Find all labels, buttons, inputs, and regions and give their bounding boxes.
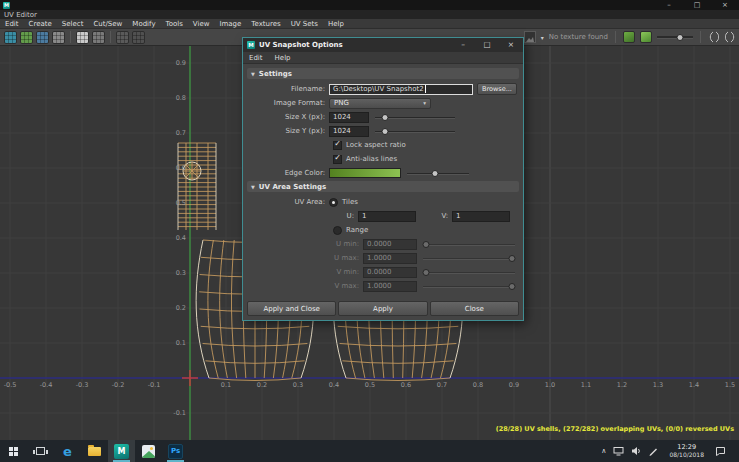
dialog-titlebar[interactable]: M UV Snapshot Options – □ × — [243, 38, 523, 52]
no-texture-label: No texture found — [549, 33, 608, 41]
uv-grid-icon[interactable] — [4, 31, 17, 44]
window-titlebar: M – □ × — [0, 0, 739, 10]
filename-label: Filename: — [245, 85, 329, 93]
dialog-window-controls: – □ × — [451, 38, 523, 52]
texture-preview-icon[interactable] — [524, 31, 536, 43]
menu-item-modify[interactable]: Modify — [127, 19, 160, 29]
shaded-display-icon[interactable] — [52, 31, 65, 44]
menu-item-create[interactable]: Create — [24, 19, 57, 29]
slider-handle[interactable] — [431, 170, 438, 177]
checker-map-icon[interactable] — [20, 31, 33, 44]
image-format-dropdown[interactable]: PNG ▾ — [329, 98, 431, 109]
slider-handle — [509, 255, 516, 262]
size-x-label: Size X (px): — [245, 113, 329, 121]
dialog-menu-edit[interactable]: Edit — [243, 52, 269, 64]
v-min-label: V min: — [245, 268, 363, 276]
v-tile-input[interactable]: 1 — [452, 211, 510, 222]
image-dim-slider[interactable] — [657, 32, 693, 42]
taskbar: e M Ps ∧ 12:29 08/10/2018 — [0, 440, 739, 462]
dialog-maximize-button[interactable]: □ — [475, 38, 499, 52]
size-x-slider[interactable] — [375, 112, 455, 122]
menu-item-uv-sets[interactable]: UV Sets — [286, 19, 323, 29]
start-button[interactable] — [0, 440, 27, 462]
settings-section-header[interactable]: ▼ Settings — [247, 68, 519, 79]
u-min-slider — [423, 239, 515, 249]
apply-button[interactable]: Apply — [338, 301, 427, 316]
size-x-input[interactable]: 1024 — [329, 112, 369, 123]
bake-texture-icon[interactable] — [623, 31, 635, 43]
menu-item-edit[interactable]: Edit — [0, 19, 24, 29]
menu-item-cut-sew[interactable]: Cut/Sew — [88, 19, 127, 29]
task-view-button[interactable] — [27, 440, 54, 462]
apply-and-close-button[interactable]: Apply and Close — [247, 301, 336, 316]
menu-item-view[interactable]: View — [188, 19, 215, 29]
u-tile-input[interactable]: 1 — [358, 211, 416, 222]
texture-dropdown-caret-icon[interactable]: ▾ — [541, 34, 544, 41]
v-min-slider — [423, 267, 515, 277]
u-min-value: 0.0000 — [367, 240, 392, 248]
tray-chevron-icon[interactable]: ∧ — [601, 447, 606, 455]
anti-alias-checkbox[interactable]: ✓ — [333, 155, 342, 164]
filename-input[interactable]: G:\Desktop\UV Snapshot2 — [329, 84, 473, 95]
size-y-input[interactable]: 1024 — [329, 126, 369, 137]
refresh-texture-icon[interactable] — [640, 31, 652, 43]
slider-handle — [422, 269, 429, 276]
menu-item-textures[interactable]: Textures — [246, 19, 285, 29]
menu-item-image[interactable]: Image — [214, 19, 246, 29]
dialog-menu-bar: Edit Help — [243, 52, 523, 64]
menu-item-tools[interactable]: Tools — [161, 19, 188, 29]
menu-item-select[interactable]: Select — [57, 19, 89, 29]
isolate-select-icon[interactable] — [132, 31, 145, 44]
window-close-button[interactable]: × — [711, 0, 739, 10]
u-min-row: U min: 0.0000 — [245, 238, 517, 250]
v-max-input: 1.0000 — [363, 281, 417, 292]
slider-handle[interactable] — [382, 114, 389, 121]
file-explorer-button[interactable] — [81, 440, 108, 462]
taskbar-clock[interactable]: 12:29 08/10/2018 — [665, 444, 708, 459]
action-center-icon[interactable] — [715, 446, 726, 456]
edge-button[interactable]: e — [54, 440, 81, 462]
toolbar-right-cluster: ▾ No texture found — [524, 31, 735, 43]
photoshop-button[interactable]: Ps — [162, 440, 189, 462]
u-min-input: 0.0000 — [363, 239, 417, 250]
tiles-radio[interactable] — [329, 198, 338, 207]
photos-button[interactable] — [135, 440, 162, 462]
range-radio[interactable] — [333, 226, 342, 235]
edge-color-slider[interactable] — [407, 168, 469, 178]
edge-color-row: Edge Color: — [245, 167, 517, 179]
lattice-alt-icon[interactable] — [92, 31, 105, 44]
gamma-icon[interactable] — [724, 31, 735, 43]
u-min-label: U min: — [245, 240, 363, 248]
dialog-body: ▼ Settings Filename: G:\Desktop\UV Snaps… — [243, 64, 523, 320]
edge-color-swatch[interactable] — [329, 168, 401, 178]
clock-date: 08/10/2018 — [669, 451, 704, 459]
v-max-slider — [423, 281, 515, 291]
toolbar-separator — [110, 31, 111, 43]
settings-section-label: Settings — [259, 70, 292, 78]
dialog-minimize-button[interactable]: – — [451, 38, 475, 52]
lock-aspect-checkbox[interactable]: ✓ — [333, 141, 342, 150]
u-max-slider — [423, 253, 515, 263]
dialog-close-button[interactable]: × — [499, 38, 523, 52]
display-icon[interactable] — [613, 446, 624, 456]
pen-icon[interactable] — [648, 446, 658, 456]
exposure-icon[interactable] — [708, 31, 719, 43]
size-y-slider[interactable] — [375, 126, 455, 136]
slider-handle[interactable] — [382, 128, 389, 135]
slider-handle[interactable] — [677, 34, 684, 41]
maya-taskbar-button[interactable]: M — [108, 440, 135, 462]
uv-area-section-header[interactable]: ▼ UV Area Settings — [247, 181, 519, 192]
check-icon: ✓ — [334, 154, 341, 162]
camera-icon[interactable] — [116, 31, 129, 44]
browse-button[interactable]: Browse... — [477, 83, 517, 95]
photoshop-icon: Ps — [168, 444, 183, 459]
mountain-glyph — [526, 36, 534, 42]
menu-item-help[interactable]: Help — [323, 19, 349, 29]
volume-icon[interactable] — [631, 446, 641, 456]
window-maximize-button[interactable]: □ — [683, 0, 711, 10]
close-button[interactable]: Close — [430, 301, 519, 316]
texture-display-icon[interactable] — [36, 31, 49, 44]
window-minimize-button[interactable]: – — [655, 0, 683, 10]
lattice-icon[interactable] — [76, 31, 89, 44]
dialog-menu-help[interactable]: Help — [269, 52, 297, 64]
